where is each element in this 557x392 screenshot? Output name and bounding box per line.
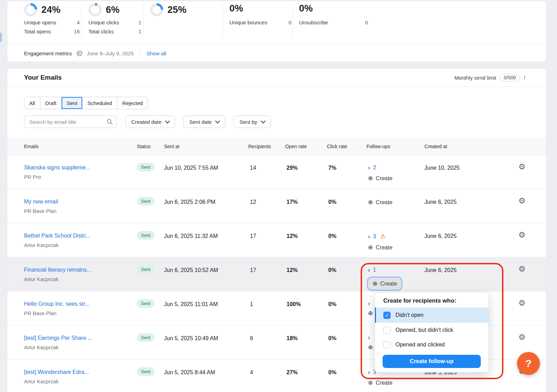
- metric-value: 0%: [299, 3, 313, 14]
- email-title-link[interactable]: My new email: [24, 199, 137, 205]
- metric-count: 16: [74, 29, 80, 34]
- created-at: June 10, 2025: [424, 155, 494, 171]
- help-button[interactable]: ?: [517, 352, 540, 375]
- gear-icon[interactable]: ⚙: [518, 264, 526, 273]
- table-row: My new email PR Base Plan Sent Jun 6, 20…: [7, 189, 546, 223]
- option-didnt-open[interactable]: ✓ Didn't open: [375, 307, 488, 323]
- chevron-right-icon[interactable]: ›: [368, 335, 370, 340]
- create-followup-button[interactable]: ⊕Create: [368, 379, 424, 386]
- email-title-link[interactable]: [test] Earnings Per Share ...: [24, 335, 137, 341]
- gear-icon[interactable]: ⚙: [518, 196, 526, 205]
- circle-plus-icon: ⊕: [368, 379, 373, 386]
- metric-count: 0: [289, 19, 291, 25]
- sent-by-filter[interactable]: Sent by: [234, 115, 271, 128]
- email-subtitle: PR Pro: [24, 174, 137, 180]
- checkbox-unchecked[interactable]: [383, 327, 391, 334]
- followups-count-link[interactable]: 3: [373, 233, 376, 240]
- checkbox-checked-icon[interactable]: ✓: [383, 312, 391, 319]
- metric-label: Total opens: [24, 29, 51, 34]
- create-followup-button-focused[interactable]: ⊕Create: [368, 278, 401, 290]
- checkbox-unchecked[interactable]: [383, 341, 391, 349]
- globe-icon: [76, 50, 83, 57]
- metric-count: 0: [365, 19, 368, 25]
- circle-plus-icon: ⊕: [368, 310, 373, 317]
- open-rate: 12%: [285, 223, 327, 239]
- recipients: 6: [248, 326, 285, 342]
- created-at: June 6, 2025: [424, 257, 494, 273]
- create-followup-button[interactable]: ⊕Create: [368, 199, 424, 206]
- chevron-right-icon[interactable]: ›: [368, 370, 370, 375]
- divider: [81, 4, 81, 38]
- table-header: Emails Status Sent at Recipients Open ra…: [7, 138, 546, 155]
- metric-value: 25%: [167, 5, 187, 15]
- option-opened-and-clicked[interactable]: Opened and clicked: [375, 337, 488, 352]
- gear-icon[interactable]: ⚙: [518, 333, 526, 342]
- tab-draft[interactable]: Draft: [40, 97, 62, 109]
- create-label: Create: [376, 175, 392, 182]
- gear-icon[interactable]: ⚙: [518, 230, 526, 239]
- engagement-metrics-label: Engagement metrics: [24, 50, 72, 56]
- email-title-link[interactable]: Hello Group Inc. sees str...: [24, 301, 137, 307]
- email-title-link[interactable]: Bethel Park School Distri...: [24, 233, 137, 239]
- create-followup-submit-button[interactable]: Create follow-up: [383, 355, 481, 368]
- create-label: Create: [376, 199, 392, 206]
- chevron-right-icon[interactable]: ›: [368, 165, 370, 170]
- search-input[interactable]: [24, 115, 117, 128]
- warning-icon: ⚠: [380, 233, 385, 240]
- email-subtitle: Artur Kacprzak: [24, 378, 137, 384]
- show-all-link[interactable]: Show all: [147, 50, 166, 56]
- sent-at: Jun 10, 2025 7:55 AM: [164, 155, 248, 171]
- sent-at: Jun 6, 2025 10:52 AM: [164, 257, 248, 273]
- engagement-metrics-card: 24% Unique opens4 Total opens16 6% Uniqu…: [7, 1, 547, 62]
- info-icon[interactable]: i: [524, 74, 525, 81]
- col-open-rate: Open rate: [285, 138, 327, 155]
- circle-plus-icon: ⊕: [368, 175, 373, 182]
- followups-count-link[interactable]: 2: [373, 165, 376, 171]
- followups-count-link[interactable]: 1: [373, 267, 376, 273]
- chevron-right-icon[interactable]: ›: [368, 234, 370, 239]
- option-opened-not-clicked[interactable]: Opened, but didn't click: [375, 323, 488, 337]
- tab-all[interactable]: All: [24, 97, 40, 109]
- recipients: 17: [248, 257, 285, 273]
- metric-count: 1: [139, 29, 141, 34]
- table-row: Skanska signs suppleme... PR Pro Sent Ju…: [7, 155, 546, 189]
- popup-title: Create for recipients who:: [375, 293, 488, 307]
- open-rate: 18%: [285, 326, 327, 342]
- email-title-link[interactable]: Financial literacy remains...: [24, 267, 137, 273]
- email-title-link[interactable]: [test] Wondershare Edra...: [24, 369, 137, 375]
- created-at: June 6, 2025: [424, 223, 494, 239]
- email-title-link[interactable]: Skanska signs suppleme...: [24, 165, 137, 171]
- sent-at: Jun 5, 2025 8:44 AM: [164, 360, 248, 376]
- sent-date-filter[interactable]: Sent date: [183, 115, 225, 128]
- tab-rejected[interactable]: Rejected: [117, 97, 148, 109]
- option-label: Opened, but didn't click: [395, 327, 453, 333]
- create-label: Create: [376, 245, 392, 251]
- created-at: June 6, 2025: [424, 189, 494, 205]
- create-followup-popup: Create for recipients who: ✓ Didn't open…: [375, 292, 489, 373]
- create-followup-button[interactable]: ⊕Create: [368, 175, 424, 182]
- open-rate: 29%: [285, 155, 327, 171]
- click-rate: 0%: [327, 326, 367, 342]
- gear-icon[interactable]: ⚙: [518, 162, 526, 171]
- gear-icon[interactable]: ⚙: [518, 298, 526, 307]
- metric-label: Unique clicks: [88, 19, 119, 25]
- tab-sent[interactable]: Sent: [62, 97, 83, 109]
- metric-value: 24%: [41, 5, 61, 15]
- create-followup-button[interactable]: ⊕Create: [368, 244, 424, 251]
- option-label: Didn't open: [395, 312, 423, 318]
- created-date-filter[interactable]: Created date: [125, 115, 175, 128]
- chevron-right-icon[interactable]: ›: [368, 301, 370, 306]
- chevron-right-icon[interactable]: ›: [368, 267, 370, 272]
- create-label: Create: [376, 380, 392, 386]
- circle-plus-icon: ⊕: [368, 199, 373, 206]
- filters-row: Created date Sent date Sent by: [24, 115, 271, 128]
- chevron-down-icon: [215, 119, 220, 123]
- email-subtitle: Artur Kacprzak: [24, 276, 137, 282]
- click-rate: 0%: [327, 291, 367, 307]
- metric-label: Unique opens: [24, 19, 56, 25]
- donut-chart-opens: [24, 3, 37, 16]
- col-emails: Emails: [24, 138, 137, 155]
- col-follow-ups: Follow-ups: [367, 138, 424, 155]
- search-box: [24, 115, 117, 128]
- tab-scheduled[interactable]: Scheduled: [83, 97, 117, 109]
